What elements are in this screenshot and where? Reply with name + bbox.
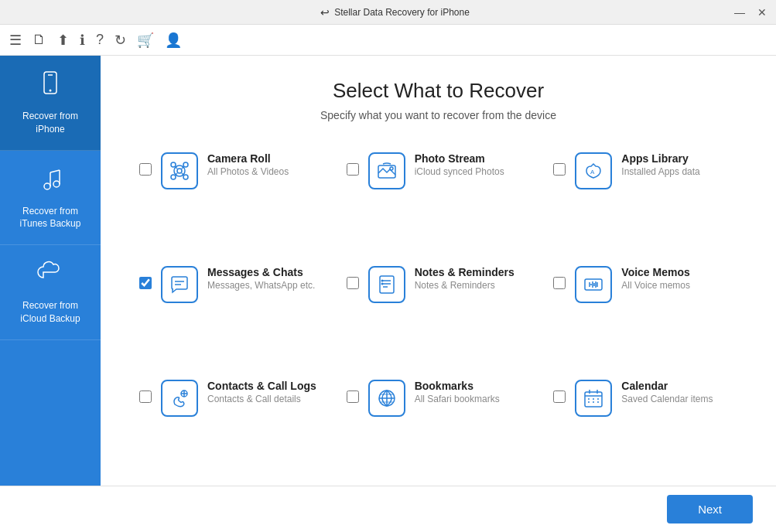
svg-line-11 [182, 167, 183, 169]
photo-stream-icon [368, 152, 405, 189]
titlebar-title: ↩ Stellar Data Recovery for iPhone [56, 6, 734, 19]
calendar-desc: Saved Calendar items [621, 394, 737, 404]
sidebar-label-itunes: Recover fromiTunes Backup [20, 205, 81, 231]
camera-roll-icon [161, 152, 198, 189]
sidebar-label-icloud: Recover fromiCloud Backup [20, 299, 80, 326]
svg-point-4 [53, 181, 60, 187]
bookmarks-text: Bookmarks All Safari bookmarks [415, 380, 531, 404]
option-messages: Messages & Chats Messages, WhatsApp etc. [132, 258, 331, 356]
svg-point-14 [171, 175, 176, 179]
sidebar-item-iphone[interactable]: Recover from iPhone [0, 56, 101, 151]
apps-library-name: Apps Library [621, 152, 737, 165]
messages-desc: Messages, WhatsApp etc. [207, 280, 323, 291]
svg-point-10 [183, 162, 188, 167]
svg-point-3 [44, 183, 50, 189]
voice-memos-checkbox[interactable] [553, 277, 566, 289]
camera-roll-text: Camera Roll All Photos & Videos [207, 152, 323, 177]
voice-memos-icon [575, 266, 612, 303]
iphone-icon [36, 70, 64, 104]
next-button[interactable]: Next [667, 495, 753, 523]
svg-point-9 [177, 169, 182, 173]
file-icon[interactable]: 🗋 [32, 32, 46, 48]
photo-stream-desc: iCloud synced Photos [415, 166, 531, 177]
photo-stream-checkbox[interactable] [347, 163, 359, 176]
option-voice-memos: Voice Memos All Voice memos [545, 258, 745, 356]
sidebar: Recover from iPhone Recover fromiTunes B… [0, 56, 101, 486]
apps-library-checkbox[interactable] [553, 163, 566, 176]
upload-icon[interactable]: ⬆ [57, 32, 69, 49]
app-title: Stellar Data Recovery for iPhone [334, 7, 470, 18]
svg-line-7 [50, 170, 60, 172]
bookmarks-icon [368, 380, 405, 417]
option-calendar: Calendar Saved Calendar items [545, 372, 745, 470]
minimize-button[interactable]: — [734, 6, 745, 19]
svg-line-15 [176, 173, 177, 175]
help-icon[interactable]: ? [96, 32, 104, 48]
info-icon[interactable]: ℹ [80, 32, 85, 49]
svg-point-27 [381, 280, 383, 282]
user-icon[interactable]: 👤 [165, 32, 182, 49]
sidebar-item-icloud[interactable]: Recover fromiCloud Backup [0, 245, 101, 340]
option-contacts: Contacts & Call Logs Contacts & Call det… [132, 372, 331, 470]
options-grid: Camera Roll All Photos & Videos Photo S [132, 145, 745, 470]
option-camera-roll: Camera Roll All Photos & Videos [132, 145, 331, 243]
messages-checkbox[interactable] [139, 277, 152, 289]
contacts-desc: Contacts & Call details [207, 394, 323, 404]
messages-name: Messages & Chats [207, 266, 323, 278]
contacts-name: Contacts & Call Logs [207, 380, 323, 392]
itunes-icon [36, 165, 64, 199]
svg-point-28 [381, 283, 383, 285]
notes-name: Notes & Reminders [415, 266, 531, 278]
contacts-icon [161, 380, 198, 417]
iphone-svg [36, 70, 64, 97]
calendar-name: Calendar [621, 380, 737, 392]
toolbar: ☰ 🗋 ⬆ ℹ ? ↻ 🛒 👤 [0, 25, 776, 56]
titlebar-controls: — ✕ [734, 6, 767, 19]
option-bookmarks: Bookmarks All Safari bookmarks [339, 372, 538, 470]
apps-library-icon: A [575, 152, 612, 189]
svg-point-12 [171, 162, 176, 167]
main-layout: Recover from iPhone Recover fromiTunes B… [0, 56, 776, 486]
calendar-text: Calendar Saved Calendar items [621, 380, 737, 404]
bookmarks-checkbox[interactable] [347, 390, 359, 403]
messages-icon [161, 266, 198, 303]
svg-text:A: A [590, 169, 595, 176]
refresh-icon[interactable]: ↻ [115, 32, 126, 49]
footer: Next [0, 486, 776, 532]
option-photo-stream: Photo Stream iCloud synced Photos [339, 145, 538, 243]
option-notes: Notes & Reminders Notes & Reminders [339, 258, 538, 356]
messages-text: Messages & Chats Messages, WhatsApp etc. [207, 266, 323, 291]
svg-line-17 [182, 173, 183, 175]
sidebar-item-itunes[interactable]: Recover fromiTunes Backup [0, 151, 101, 246]
close-button[interactable]: ✕ [757, 6, 767, 19]
voice-memos-desc: All Voice memos [621, 280, 737, 291]
itunes-svg [36, 165, 64, 193]
notes-checkbox[interactable] [347, 277, 359, 289]
contacts-checkbox[interactable] [139, 390, 152, 403]
camera-roll-name: Camera Roll [207, 152, 323, 165]
photo-stream-text: Photo Stream iCloud synced Photos [415, 152, 531, 177]
camera-roll-desc: All Photos & Videos [207, 166, 323, 177]
option-apps-library: A Apps Library Installed Apps data [545, 145, 745, 243]
menu-icon[interactable]: ☰ [9, 32, 22, 49]
voice-memos-name: Voice Memos [621, 266, 737, 278]
svg-point-2 [50, 90, 52, 92]
notes-desc: Notes & Reminders [415, 280, 531, 291]
calendar-icon [575, 380, 612, 417]
bookmarks-desc: All Safari bookmarks [415, 394, 531, 404]
apps-library-text: Apps Library Installed Apps data [621, 152, 737, 177]
calendar-checkbox[interactable] [553, 390, 566, 403]
svg-rect-29 [585, 279, 602, 290]
cart-icon[interactable]: 🛒 [137, 32, 154, 49]
icloud-icon [36, 259, 64, 293]
icloud-svg [36, 259, 64, 287]
content-area: Select What to Recover Specify what you … [101, 56, 776, 486]
svg-point-16 [183, 175, 188, 179]
camera-roll-checkbox[interactable] [139, 163, 152, 176]
sidebar-label-iphone: Recover from iPhone [8, 110, 93, 136]
svg-point-19 [390, 167, 393, 170]
apps-library-desc: Installed Apps data [621, 166, 737, 177]
page-title: Select What to Recover [132, 79, 745, 103]
svg-line-13 [176, 167, 177, 169]
contacts-text: Contacts & Call Logs Contacts & Call det… [207, 380, 323, 404]
